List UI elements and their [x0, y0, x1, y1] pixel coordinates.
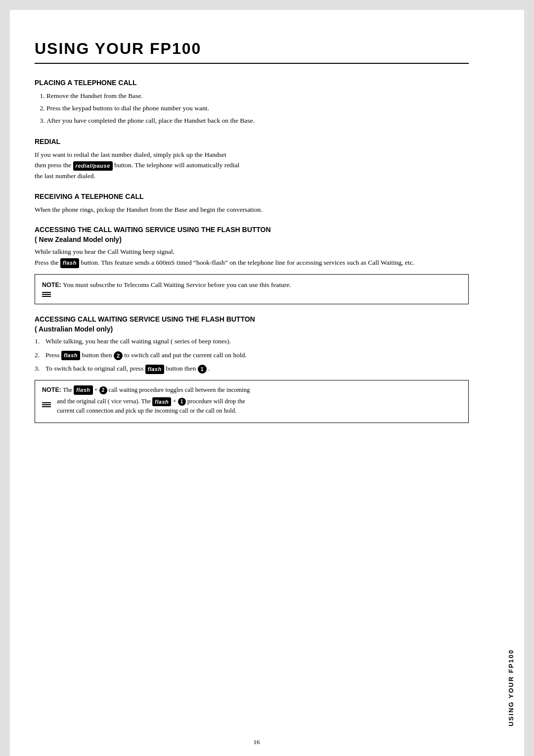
section-accessing-au: ACCESSING CALL WAITING SERVICE USING THE… [35, 315, 469, 423]
note-au-line1: NOTE: The flash + 2 call waiting procedu… [42, 385, 461, 395]
au-indent-line-1 [42, 402, 51, 403]
section-redial: REDIAL If you want to redial the last nu… [35, 138, 469, 182]
note-text-nz: You must subscribe to Telecoms Call Wait… [63, 281, 291, 288]
accessing-nz-heading: ACCESSING THE CALL WAITING SERVICE USING… [35, 226, 469, 234]
list-item-1: 1. While talking, you hear the call wait… [35, 336, 469, 347]
receiving-heading: RECEIVING A TELEPHONE CALL [35, 192, 469, 200]
flash-button-au-2: flash [61, 351, 80, 361]
side-tab-text: USING YOUR FP100 [507, 649, 524, 726]
placing-heading: PLACING A TELEPHONE CALL [35, 79, 469, 87]
flash-button-note-1: flash [74, 385, 92, 395]
page-title: USING YOUR FP100 [35, 40, 469, 58]
list-item-3: 3. To switch back to original call, pres… [35, 363, 469, 374]
receiving-text: When the phone rings, pickup the Handset… [35, 204, 469, 215]
note-indent-nz [42, 292, 461, 297]
main-content: USING YOUR FP100 PLACING A TELEPHONE CAL… [10, 10, 503, 756]
note-num-1: 1 [178, 398, 186, 406]
redial-pause-button: redial/pause [73, 161, 113, 171]
list-item: Remove the Handset from the Base. [46, 91, 469, 102]
redial-text: If you want to redial the last number di… [35, 149, 469, 182]
note-box-nz: NOTE: You must subscribe to Telecoms Cal… [35, 274, 469, 305]
indent-line-1 [42, 292, 51, 293]
au-indent-line-2 [42, 404, 51, 405]
number-2: 2 [114, 351, 123, 360]
indent-lines-au [42, 402, 51, 407]
indent-line-2 [42, 294, 51, 295]
au-indent-line-3 [42, 406, 51, 407]
page: USING YOUR FP100 PLACING A TELEPHONE CAL… [10, 10, 524, 756]
list-item-2: 2. Press flash button then 2 to switch c… [35, 350, 469, 361]
list-item: Press the keypad buttons to dial the pho… [46, 103, 469, 114]
number-1: 1 [198, 365, 207, 374]
indent-lines [42, 292, 51, 297]
indent-line-3 [42, 296, 51, 297]
flash-button-note-2: flash [152, 397, 171, 407]
flash-button-nz: flash [60, 258, 79, 268]
section-receiving: RECEIVING A TELEPHONE CALL When the phon… [35, 192, 469, 215]
note-au-line2: and the original call ( vice versa). The… [42, 397, 461, 416]
placing-list: Remove the Handset from the Base. Press … [35, 91, 469, 127]
list-item: After you have completed the phone call,… [46, 115, 469, 127]
note-box-au: NOTE: The flash + 2 call waiting procedu… [35, 380, 469, 423]
accessing-nz-text2: Press the flash button. This feature sen… [35, 257, 469, 268]
accessing-au-list: 1. While talking, you hear the call wait… [35, 336, 469, 374]
note-label-au: NOTE: [42, 385, 61, 395]
accessing-au-heading: ACCESSING CALL WAITING SERVICE USING THE… [35, 315, 469, 323]
page-number: 16 [254, 738, 260, 746]
page-header: USING YOUR FP100 [35, 40, 469, 64]
accessing-nz-text1: While talking you hear the Call Waiting … [35, 246, 469, 257]
redial-heading: REDIAL [35, 138, 469, 145]
note-num-2: 2 [99, 386, 107, 394]
accessing-au-subheading: ( Australian Model only) [35, 325, 469, 333]
flash-button-au-3: flash [145, 365, 164, 375]
note-label-nz: NOTE: [42, 282, 61, 288]
section-placing: PLACING A TELEPHONE CALL Remove the Hand… [35, 79, 469, 127]
accessing-nz-subheading: ( New Zealand Model only) [35, 236, 469, 243]
side-tab: USING YOUR FP100 [503, 10, 524, 756]
section-accessing-nz: ACCESSING THE CALL WAITING SERVICE USING… [35, 226, 469, 304]
